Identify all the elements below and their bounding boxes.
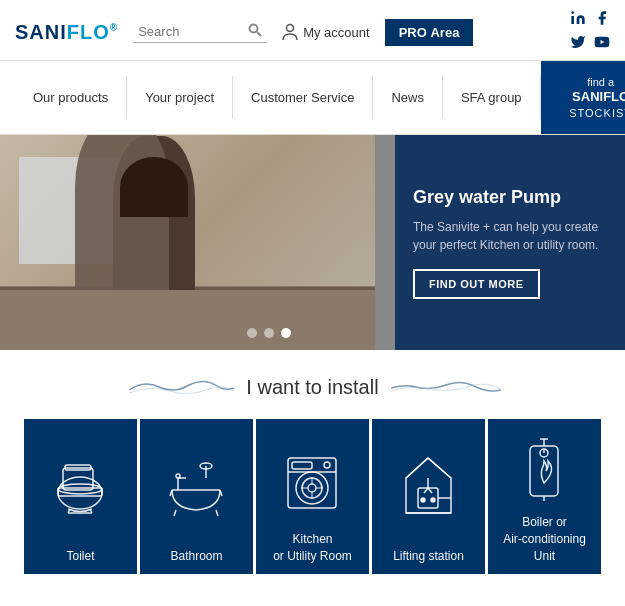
wave-decoration-left [124,375,234,399]
svg-point-20 [176,474,180,478]
svg-point-29 [308,484,316,492]
product-card-kitchen[interactable]: Kitchen or Utility Room [256,419,369,574]
product-cards-row: Toilet [15,419,610,589]
wave-left-svg [124,375,234,395]
search-input[interactable] [138,24,248,39]
product-label-kitchen: Kitchen or Utility Room [273,531,352,565]
svg-line-35 [428,458,451,478]
svg-rect-43 [530,446,558,496]
svg-point-2 [287,25,294,32]
logo-part2: FLO [67,21,110,43]
svg-line-17 [216,510,218,516]
svg-line-36 [406,458,428,478]
svg-line-16 [174,510,176,516]
stockist-brand-label: SANIFLO [557,89,625,106]
logo-part1: SANI [15,21,67,43]
hero-carousel: Grey water Pump The Sanivite + can help … [0,135,625,350]
svg-point-24 [296,472,328,504]
header: SANIFLO® My account PRO Area [0,0,625,61]
wave-decoration-right [391,375,501,399]
twitter-icon[interactable] [570,34,586,54]
svg-rect-37 [418,488,438,508]
hero-cta-button[interactable]: FIND OUT MORE [413,269,540,299]
product-label-bathroom: Bathroom [170,548,222,565]
product-card-boiler[interactable]: Boiler or Air-conditioning Unit [488,419,601,574]
product-label-lifting: Lifting station [393,548,464,565]
svg-point-0 [250,25,258,33]
facebook-icon[interactable] [594,10,610,30]
svg-line-15 [220,490,222,496]
carousel-dot-1[interactable] [247,328,257,338]
pro-label: PRO [399,25,427,40]
product-card-bathroom[interactable]: Bathroom [140,419,253,574]
product-card-toilet[interactable]: Toilet [24,419,137,574]
toilet-icon [32,429,129,541]
find-stockist-button[interactable]: find a SANIFLO STOCKIST [541,61,625,134]
lifting-station-icon [380,429,477,541]
svg-line-1 [257,32,261,36]
youtube-icon[interactable] [594,34,610,54]
search-button[interactable] [248,23,262,40]
my-account[interactable]: My account [282,23,369,41]
carousel-dots [247,328,291,338]
svg-rect-27 [292,462,312,469]
kitchen-icon [264,429,361,524]
carousel-dot-2[interactable] [264,328,274,338]
logo[interactable]: SANIFLO® [15,21,118,44]
linkedin-icon[interactable] [570,10,586,30]
boiler-icon [496,429,593,508]
wave-right-svg [391,375,501,395]
hero-image [0,135,375,350]
search-container [133,21,267,43]
stockist-find-label: find a [557,75,625,89]
hero-description: The Sanivite + can help you create your … [413,218,607,254]
navigation: Our products Your project Customer Servi… [0,61,625,135]
svg-point-28 [324,462,330,468]
search-icon [248,23,262,37]
hero-text-panel: Grey water Pump The Sanivite + can help … [395,135,625,350]
product-label-boiler: Boiler or Air-conditioning Unit [496,514,593,564]
nav-customer-service[interactable]: Customer Service [233,76,373,119]
pro-area-label: Area [430,25,459,40]
nav-our-products[interactable]: Our products [15,76,127,119]
product-card-lifting[interactable]: Lifting station [372,419,485,574]
product-label-toilet: Toilet [66,548,94,565]
pro-button[interactable]: PRO Area [385,19,474,46]
carousel-dot-3[interactable] [281,328,291,338]
install-title-row: I want to install [15,375,610,399]
svg-line-14 [170,490,172,496]
my-account-label: My account [303,25,369,40]
bathroom-icon [148,429,245,541]
svg-point-42 [431,498,435,502]
social-icons [570,10,610,54]
hero-title: Grey water Pump [413,187,607,208]
svg-point-3 [571,11,574,14]
person-icon [282,23,298,41]
install-title: I want to install [246,376,378,399]
stockist-label: STOCKIST [557,106,625,120]
nav-news[interactable]: News [373,76,443,119]
svg-point-41 [421,498,425,502]
install-section: I want to install [0,350,625,604]
nav-sfa-group[interactable]: SFA group [443,76,541,119]
nav-your-project[interactable]: Your project [127,76,233,119]
